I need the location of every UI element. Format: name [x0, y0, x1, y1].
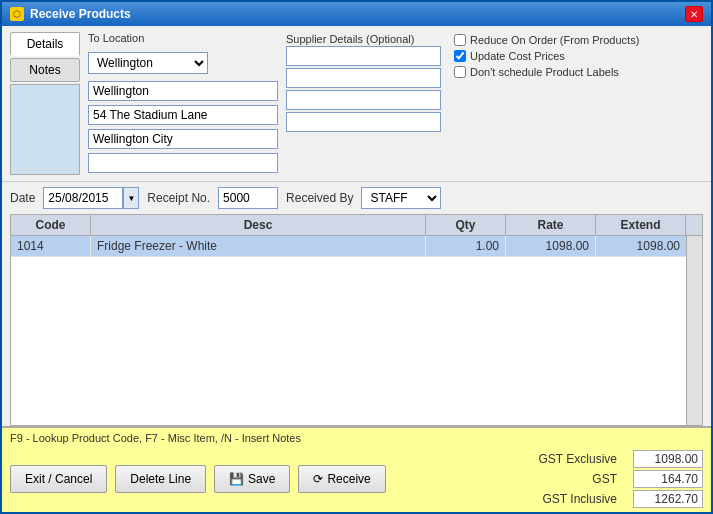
table-section: Code Desc Qty Rate Extend 1014 Fridge Fr… [10, 214, 703, 426]
col-qty: Qty [426, 215, 506, 235]
gst-exclusive-label: GST Exclusive [517, 452, 617, 466]
supplier-line1[interactable] [286, 46, 441, 66]
location-label: To Location [88, 32, 278, 44]
window-title: Receive Products [30, 7, 131, 21]
checkbox-schedule[interactable] [454, 66, 466, 78]
scrollbar[interactable] [686, 236, 702, 425]
cell-qty: 1.00 [426, 236, 506, 256]
location-fields [88, 81, 278, 175]
checkbox-reduce[interactable] [454, 34, 466, 46]
gst-inclusive-label: GST Inclusive [517, 492, 617, 506]
table-header: Code Desc Qty Rate Extend [11, 215, 702, 236]
col-extend: Extend [596, 215, 686, 235]
gst-inclusive-row: GST Inclusive 1262.70 [517, 490, 703, 508]
checkbox-update[interactable] [454, 50, 466, 62]
title-bar-left: ⬡ Receive Products [10, 7, 131, 21]
checkbox-update-row: Update Cost Prices [454, 50, 639, 62]
col-code: Code [11, 215, 91, 235]
gst-exclusive-value: 1098.00 [633, 450, 703, 468]
date-field: ▼ [43, 187, 139, 209]
gst-exclusive-row: GST Exclusive 1098.00 [517, 450, 703, 468]
checkbox-schedule-label: Don't schedule Product Labels [470, 66, 619, 78]
date-dropdown-arrow[interactable]: ▼ [123, 187, 139, 209]
tab-details[interactable]: Details [10, 32, 80, 56]
supplier-line4[interactable] [286, 112, 441, 132]
receive-label: Receive [327, 472, 370, 486]
table-row[interactable]: 1014 Fridge Freezer - White 1.00 1098.00… [11, 236, 686, 257]
location-dropdown-row: Wellington [88, 52, 278, 74]
tab-notes[interactable]: Notes [10, 58, 80, 82]
location-select[interactable]: Wellington [88, 52, 208, 74]
supplier-section: Supplier Details (Optional) [286, 32, 446, 175]
form-row: Date ▼ Receipt No. Received By STAFF [2, 181, 711, 214]
save-button[interactable]: 💾 Save [214, 465, 290, 493]
col-desc: Desc [91, 215, 426, 235]
receipt-input[interactable] [218, 187, 278, 209]
received-label: Received By [286, 191, 353, 205]
main-window: ⬡ Receive Products ✕ Details Notes To Lo… [0, 0, 713, 514]
receipt-label: Receipt No. [147, 191, 210, 205]
checkbox-update-label: Update Cost Prices [470, 50, 565, 62]
gst-label: GST [517, 472, 617, 486]
gst-value: 164.70 [633, 470, 703, 488]
delete-button[interactable]: Delete Line [115, 465, 206, 493]
location-line2[interactable] [88, 105, 278, 125]
location-line3[interactable] [88, 129, 278, 149]
cell-extend: 1098.00 [596, 236, 686, 256]
shortcuts-text: F9 - Lookup Product Code, F7 - Misc Item… [10, 432, 703, 444]
location-line4[interactable] [88, 153, 278, 173]
col-rate: Rate [506, 215, 596, 235]
exit-button[interactable]: Exit / Cancel [10, 465, 107, 493]
tab-content-notes [10, 84, 80, 175]
date-label: Date [10, 191, 35, 205]
supplier-line3[interactable] [286, 90, 441, 110]
receive-button[interactable]: ⟳ Receive [298, 465, 385, 493]
location-line1[interactable] [88, 81, 278, 101]
checkbox-reduce-row: Reduce On Order (From Products) [454, 34, 639, 46]
save-label: Save [248, 472, 275, 486]
cell-desc: Fridge Freezer - White [91, 236, 426, 256]
title-bar: ⬡ Receive Products ✕ [2, 2, 711, 26]
checkbox-reduce-label: Reduce On Order (From Products) [470, 34, 639, 46]
totals-section: GST Exclusive 1098.00 GST 164.70 GST Inc… [517, 450, 703, 508]
checkboxes-section: Reduce On Order (From Products) Update C… [454, 32, 639, 175]
supplier-line2[interactable] [286, 68, 441, 88]
table-body-wrapper: 1014 Fridge Freezer - White 1.00 1098.00… [11, 236, 702, 425]
date-input[interactable] [43, 187, 123, 209]
supplier-label: Supplier Details (Optional) [286, 33, 414, 45]
window-icon: ⬡ [10, 7, 24, 21]
col-scroll [686, 215, 702, 235]
tabs-panel: Details Notes [10, 32, 80, 175]
save-icon: 💾 [229, 472, 244, 486]
receive-icon: ⟳ [313, 472, 323, 486]
location-section: To Location Wellington [88, 32, 278, 175]
gst-row: GST 164.70 [517, 470, 703, 488]
cell-code: 1014 [11, 236, 91, 256]
table-body: 1014 Fridge Freezer - White 1.00 1098.00… [11, 236, 686, 425]
received-select[interactable]: STAFF [361, 187, 441, 209]
top-section: Details Notes To Location Wellington [2, 26, 711, 181]
checkbox-schedule-row: Don't schedule Product Labels [454, 66, 639, 78]
cell-rate: 1098.00 [506, 236, 596, 256]
close-button[interactable]: ✕ [685, 6, 703, 22]
gst-inclusive-value: 1262.70 [633, 490, 703, 508]
bottom-bar: F9 - Lookup Product Code, F7 - Misc Item… [2, 426, 711, 512]
right-section: To Location Wellington Supplier Details … [88, 32, 703, 175]
bottom-actions: Exit / Cancel Delete Line 💾 Save ⟳ Recei… [10, 450, 703, 508]
